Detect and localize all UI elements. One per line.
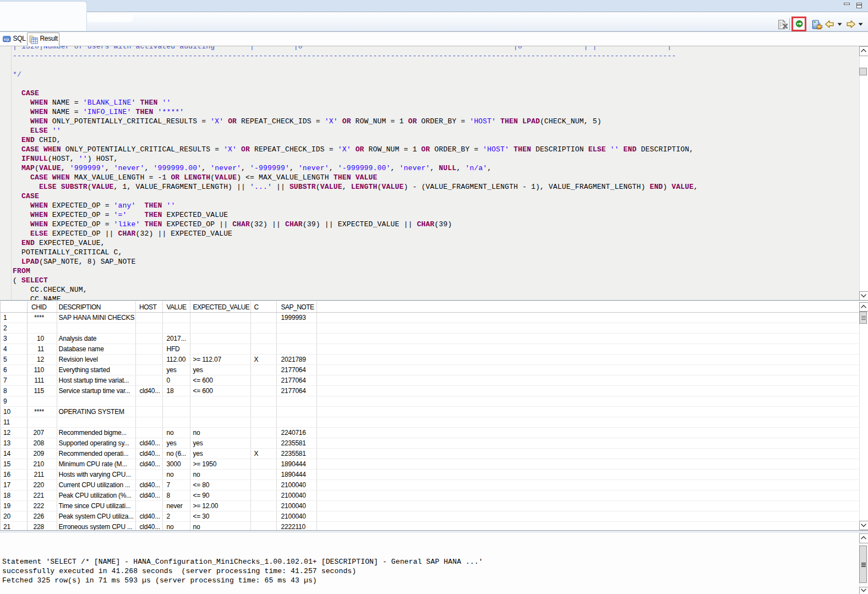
svg-text:SQL: SQL [3,38,10,41]
